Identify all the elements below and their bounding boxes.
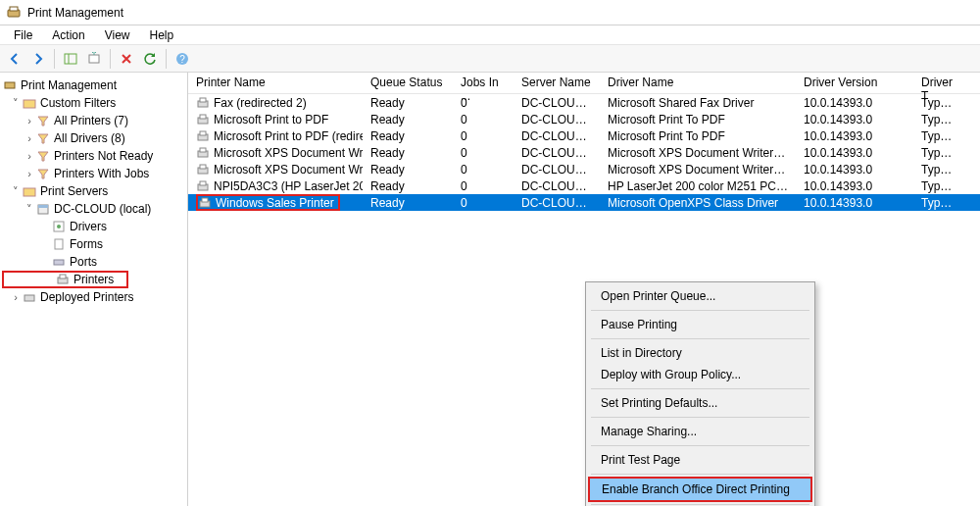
printer-icon <box>55 272 71 287</box>
collapse-icon[interactable]: ˅ <box>10 185 22 198</box>
col-printer-name[interactable]: Printer Name <box>188 73 363 93</box>
printer-name: Fax (redirected 2) <box>214 96 307 110</box>
tree-print-servers[interactable]: ˅ Print Servers <box>0 182 187 200</box>
printer-name: Microsoft XPS Document Write... <box>214 163 363 177</box>
ports-icon <box>51 254 67 270</box>
menu-separator <box>591 474 809 475</box>
printer-row[interactable]: NPI5DA3C3 (HP LaserJet 200 co...Ready0DC… <box>188 177 980 194</box>
printer-row[interactable]: Microsoft XPS Document WriterReady0DC-CL… <box>188 144 980 161</box>
ctx-deploy-gp[interactable]: Deploy with Group Policy... <box>589 364 811 385</box>
col-server[interactable]: Server Name <box>514 73 600 93</box>
tree-root[interactable]: Print Management <box>0 76 187 94</box>
col-driver[interactable]: Driver Name <box>600 73 796 93</box>
tree-custom-filters[interactable]: ˅ Custom Filters <box>0 94 187 112</box>
tree-dc-cloud[interactable]: ˅ DC-CLOUD (local) <box>0 200 187 218</box>
ctx-open-queue[interactable]: Open Printer Queue... <box>589 285 811 307</box>
ctx-list-directory[interactable]: List in Directory <box>589 342 811 364</box>
expand-icon[interactable]: › <box>24 150 35 162</box>
printer-row[interactable]: Microsoft XPS Document Write...Ready0DC-… <box>188 161 980 177</box>
collapse-icon[interactable]: ˅ <box>24 203 35 216</box>
tree-all-drivers[interactable]: › All Drivers (8) <box>0 129 187 147</box>
driver-name: Microsoft Print To PDF <box>600 129 796 143</box>
svg-rect-9 <box>24 188 35 196</box>
driver-type: Type 4 <box>913 113 962 126</box>
collapse-icon[interactable]: ˅ <box>10 97 22 110</box>
expand-icon[interactable]: › <box>24 168 35 179</box>
ctx-manage-sharing[interactable]: Manage Sharing... <box>589 421 811 442</box>
tree-label: Ports <box>70 255 97 269</box>
tree-label: Drivers <box>70 220 107 233</box>
printer-row[interactable]: Microsoft Print to PDFReady0DC-CLOUD (lo… <box>188 111 980 127</box>
driver-type: Type 3 <box>913 96 962 110</box>
tree-label: Printers Not Ready <box>54 149 153 163</box>
menu-separator <box>591 310 809 311</box>
driver-name: Microsoft XPS Document Writer v4 <box>600 163 796 177</box>
help-button[interactable]: ? <box>172 48 193 70</box>
delete-button[interactable] <box>116 48 137 70</box>
jobs-count: 0 <box>453 146 514 160</box>
tree-ports[interactable]: Ports <box>0 253 187 271</box>
col-queue-status[interactable]: Queue Status <box>363 73 453 93</box>
tree-all-printers[interactable]: › All Printers (7) <box>0 112 187 129</box>
queue-status: Ready <box>363 196 453 210</box>
printer-icon <box>198 196 212 210</box>
tree-deployed-printers[interactable]: › Deployed Printers <box>0 288 187 306</box>
ctx-print-test[interactable]: Print Test Page <box>589 449 811 471</box>
printer-icon <box>196 163 210 177</box>
driver-version: 10.0.14393.0 <box>796 113 913 126</box>
menu-separator <box>591 504 809 505</box>
tree-drivers[interactable]: Drivers <box>0 218 187 235</box>
printer-icon <box>196 96 210 110</box>
printer-row[interactable]: Microsoft Print to PDF (redirect...Ready… <box>188 127 980 144</box>
expand-icon[interactable]: › <box>24 115 35 126</box>
col-jobs[interactable]: Jobs In ... <box>453 73 514 93</box>
ctx-set-defaults[interactable]: Set Printing Defaults... <box>589 392 811 414</box>
folder-icon <box>22 95 37 111</box>
server-icon <box>35 201 51 217</box>
ctx-enable-branch[interactable]: Enable Branch Office Direct Printing <box>590 479 810 500</box>
tree-printers-with-jobs[interactable]: › Printers With Jobs <box>0 165 187 182</box>
printer-row[interactable]: Fax (redirected 2)Ready0DC-CLOUD (lo...M… <box>188 94 980 111</box>
col-type[interactable]: Driver T <box>913 73 962 93</box>
title-bar: Print Management <box>0 0 980 25</box>
expand-icon[interactable]: › <box>10 291 22 303</box>
driver-version: 10.0.14393.0 <box>796 129 913 143</box>
svg-rect-24 <box>200 131 206 135</box>
tree-forms[interactable]: Forms <box>0 235 187 253</box>
printer-row[interactable]: Windows Sales PrinterReady0DC-CLOUD (lo.… <box>188 194 980 211</box>
printer-name: Windows Sales Printer <box>216 196 334 210</box>
queue-status: Ready <box>363 113 453 126</box>
svg-rect-26 <box>200 148 206 152</box>
menu-file[interactable]: File <box>4 26 42 44</box>
forward-button[interactable] <box>27 48 49 70</box>
driver-type: Type 4 <box>913 163 962 177</box>
ctx-pause[interactable]: Pause Printing <box>589 314 811 335</box>
list-pane: Printer Name Queue Status Jobs In ... Se… <box>188 73 980 506</box>
back-button[interactable] <box>4 48 25 70</box>
refresh-button[interactable] <box>139 48 161 70</box>
menu-separator <box>591 417 809 418</box>
menu-view[interactable]: View <box>95 26 140 44</box>
svg-rect-7 <box>5 82 15 88</box>
tree-printers-not-ready[interactable]: › Printers Not Ready <box>0 147 187 165</box>
menu-action[interactable]: Action <box>42 26 94 44</box>
show-hide-tree-button[interactable] <box>60 48 81 70</box>
driver-type: Type 4 <box>913 179 962 193</box>
queue-status: Ready <box>363 163 453 177</box>
printer-name: Microsoft Print to PDF (redirect... <box>214 129 363 143</box>
printer-icon <box>196 113 210 126</box>
expand-icon[interactable]: › <box>24 132 35 144</box>
toolbar: ? <box>0 45 980 73</box>
driver-type: Type 4 <box>913 129 962 143</box>
svg-rect-18 <box>24 295 34 301</box>
col-version[interactable]: Driver Version <box>796 73 913 93</box>
jobs-count: 0 <box>453 179 514 193</box>
tree-printers[interactable]: Printers <box>2 271 128 288</box>
menu-help[interactable]: Help <box>140 26 184 44</box>
svg-rect-15 <box>54 260 64 265</box>
tree-label: Printers <box>74 273 114 286</box>
printer-icon <box>196 179 210 193</box>
forms-icon <box>51 236 67 252</box>
printer-icon <box>196 129 210 143</box>
export-button[interactable] <box>83 48 105 70</box>
